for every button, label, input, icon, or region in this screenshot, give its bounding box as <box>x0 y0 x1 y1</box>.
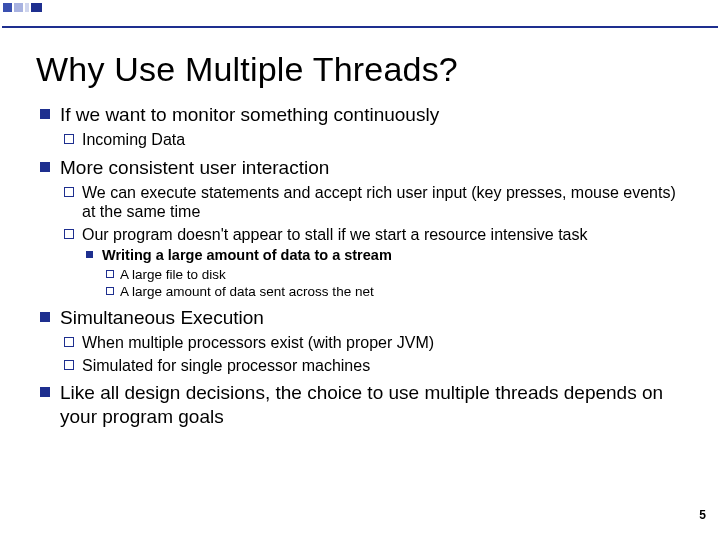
item-text: Like all design decisions, the choice to… <box>60 381 684 427</box>
item-text: Writing a large amount of data to a stre… <box>102 247 684 264</box>
page-number: 5 <box>699 508 706 522</box>
list-item: Simultaneous Execution When multiple pro… <box>36 306 684 375</box>
item-text: Our program doesn't appear to stall if w… <box>82 225 684 245</box>
bullet-list-level3: Writing a large amount of data to a stre… <box>82 247 684 300</box>
list-item: If we want to monitor something continuo… <box>36 103 684 150</box>
slide-title: Why Use Multiple Threads? <box>36 50 684 89</box>
bullet-list-level4: A large file to disk A large amount of d… <box>102 267 684 300</box>
list-item: Incoming Data <box>60 130 684 150</box>
list-item: More consistent user interaction We can … <box>36 156 684 300</box>
list-item: When multiple processors exist (with pro… <box>60 333 684 353</box>
bullet-list-level1: If we want to monitor something continuo… <box>36 103 684 428</box>
item-text: We can execute statements and accept ric… <box>82 183 684 222</box>
list-item: Our program doesn't appear to stall if w… <box>60 225 684 300</box>
bullet-list-level2: When multiple processors exist (with pro… <box>60 333 684 375</box>
item-text: Simulated for single processor machines <box>82 356 684 376</box>
list-item: We can execute statements and accept ric… <box>60 183 684 222</box>
corner-decoration <box>2 2 118 22</box>
item-text: A large file to disk <box>120 267 684 283</box>
header-rule <box>2 26 718 28</box>
item-text: More consistent user interaction <box>60 156 684 179</box>
bullet-list-level2: We can execute statements and accept ric… <box>60 183 684 300</box>
list-item: A large file to disk <box>102 267 684 283</box>
item-text: If we want to monitor something continuo… <box>60 103 684 126</box>
list-item: Writing a large amount of data to a stre… <box>82 247 684 300</box>
slide-content: Why Use Multiple Threads? If we want to … <box>0 0 720 428</box>
bullet-list-level2: Incoming Data <box>60 130 684 150</box>
list-item: Simulated for single processor machines <box>60 356 684 376</box>
item-text: Incoming Data <box>82 130 684 150</box>
item-text: Simultaneous Execution <box>60 306 684 329</box>
item-text: A large amount of data sent across the n… <box>120 284 684 300</box>
list-item: A large amount of data sent across the n… <box>102 284 684 300</box>
list-item: Like all design decisions, the choice to… <box>36 381 684 427</box>
item-text: When multiple processors exist (with pro… <box>82 333 684 353</box>
